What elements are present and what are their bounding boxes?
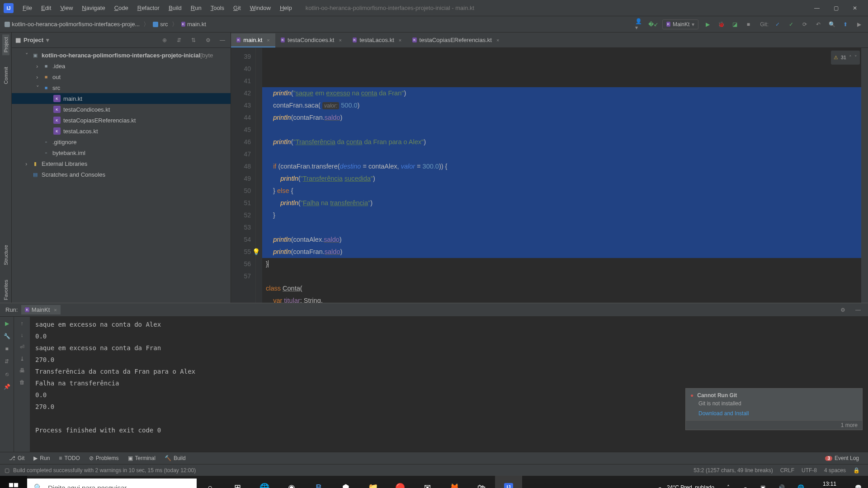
tool-build[interactable]: 🔨Build [160,455,190,461]
tool-run[interactable]: ▶Run [29,455,54,461]
notification-more[interactable]: 1 more [686,420,862,430]
close-tab-icon[interactable]: × [267,38,269,43]
close-tab-icon[interactable]: × [399,38,401,43]
tree-item-bytebank-iml[interactable]: ▫bytebank.iml [12,147,231,158]
expand-icon[interactable]: ⇵ [175,36,184,45]
chevron-down-icon[interactable]: ▾ [46,37,49,43]
run-settings-icon[interactable]: ⚙ [838,305,847,314]
tree-item-out[interactable]: ›■out [12,71,231,82]
menu-edit[interactable]: Edit [37,3,56,13]
task-view-icon[interactable]: ⊞ [224,476,251,488]
tree-item-testalacos-kt[interactable]: KtestaLacos.kt [12,126,231,136]
run-config-icon[interactable]: 🔧 [4,333,10,339]
search-icon[interactable]: 🔍 [827,20,836,29]
add-user-icon[interactable]: 👤▾ [635,20,644,29]
editor-tab-testaCopiasEReferencias-kt[interactable]: KtestaCopiasEReferencias.kt× [407,33,505,47]
structure-tab[interactable]: Structure [2,242,9,268]
tool-problems[interactable]: ⊘Problems [85,455,123,461]
menu-code[interactable]: Code [110,3,133,13]
run-tab-label[interactable]: MainKt [32,306,50,313]
tool-todo[interactable]: ≡TODO [54,455,84,461]
menu-git[interactable]: Git [229,3,245,13]
event-log-button[interactable]: 3 Event Log [821,455,863,461]
mail-icon[interactable]: ✉ [414,476,441,488]
git-commit-icon[interactable]: ✓ [787,20,796,29]
menu-tools[interactable]: Tools [206,3,229,13]
layout-icon[interactable]: ⇵ [5,358,9,365]
steam-icon[interactable]: ◉ [278,476,305,488]
ide-update-icon[interactable]: ⬆ [841,20,850,29]
exit-icon[interactable]: ⎋ [5,371,9,377]
cortana-icon[interactable]: ○ [197,476,224,488]
tool-git[interactable]: ⎇Git [5,455,29,461]
git-rollback-icon[interactable]: ↶ [814,20,823,29]
tree-item-testacopiasereferencias-kt[interactable]: KtestaCopiasEReferencias.kt [12,115,231,126]
tree-item-src[interactable]: ˅■src [12,82,231,93]
tree-item-testacondicoes-kt[interactable]: KtestaCondicoes.kt [12,104,231,115]
hide-icon[interactable]: ― [218,36,227,45]
project-tree[interactable]: ˅▣kotlin-oo-heranca-polimorfismo-interfa… [12,48,231,182]
console-output[interactable]: saque em excesso na conta do Alex 0.0 sa… [30,317,868,452]
tree-item-main-kt[interactable]: Kmain.kt [12,93,231,104]
menu-navigate[interactable]: Navigate [77,3,109,13]
git-history-icon[interactable]: ⟳ [800,20,809,29]
close-button[interactable]: ✕ [845,2,864,14]
close-tab-icon[interactable]: × [339,38,341,43]
app-red-icon[interactable]: ⬢ [332,476,359,488]
tree-item--idea[interactable]: ›■.idea [12,61,231,71]
breadcrumb[interactable]: kotlin-oo-heranca-polimorfismo-interface… [5,20,206,28]
up-icon[interactable]: ↑ [21,320,24,327]
status-icon[interactable]: ▢ [5,467,9,474]
menu-run[interactable]: Run [186,3,206,13]
maximize-button[interactable]: ▢ [826,2,845,14]
git-update-icon[interactable]: ✓ [773,20,782,29]
error-stripe[interactable] [861,48,868,303]
menu-refactor[interactable]: Refactor [133,3,164,13]
tree-item-external-libraries[interactable]: ›▮External Libraries [12,158,231,169]
menu-window[interactable]: Window [245,3,275,13]
code-editor[interactable]: 39404142434445464748495051525354555657 ⚠… [231,48,868,303]
tree-item--gitignore[interactable]: ▫.gitignore [12,136,231,147]
weather-widget[interactable]: ☁ 24°C Pred. nublado [651,484,721,488]
store-icon[interactable]: 🛍 [468,476,495,488]
stop-run-icon[interactable]: ■ [5,346,8,352]
menu-view[interactable]: View [56,3,77,13]
tray-volume-icon[interactable]: 🔊 [772,484,791,488]
tree-item-scratches-and-consoles[interactable]: ▤Scratches and Consoles [12,169,231,180]
close-tab-icon[interactable]: × [54,307,57,313]
run-hide-icon[interactable]: ― [854,305,863,314]
notification-link[interactable]: Download and Install [686,409,862,420]
status-line-separator[interactable]: CRLF [777,467,798,474]
pin-icon[interactable]: 📌 [4,384,10,390]
editor-tab-testaLacos-kt[interactable]: KtestaLacos.kt× [347,33,407,47]
debug-icon[interactable]: 🐞 [717,20,726,29]
build-hammer-icon[interactable]: �↙ [649,20,658,29]
tray-chevron-icon[interactable]: ˄ [721,484,736,488]
commit-tab[interactable]: Commit [2,64,9,87]
run-config-selector[interactable]: K MainKt ▾ [662,19,699,29]
rerun-icon[interactable]: ▶ [5,320,9,327]
taskbar-search[interactable]: 🔍 Digite aqui para pesquisar [27,479,197,488]
scroll-end-icon[interactable]: ⤓ [20,356,24,362]
app-b-icon[interactable]: B [305,476,332,488]
gear-icon[interactable]: ⚙ [203,36,212,45]
editor-tab-main-kt[interactable]: Kmain.kt× [231,33,275,47]
menu-file[interactable]: File [18,3,37,13]
tool-terminal[interactable]: ▣Terminal [123,455,160,461]
softwrap-icon[interactable]: ⏎ [20,344,24,350]
menu-build[interactable]: Build [164,3,186,13]
target-icon[interactable]: ⊕ [160,36,169,45]
favorites-tab[interactable]: Favorites [2,277,9,303]
collapse-icon[interactable]: ⇅ [189,36,198,45]
intellij-taskbar-icon[interactable]: IJ [495,476,522,488]
status-indent[interactable]: 4 spaces [821,467,849,474]
code-body[interactable]: ⚠ 31 ˄˅ println("saque em excesso na con… [262,48,868,303]
minimize-button[interactable]: ― [807,2,826,14]
settings-icon[interactable]: ▶ [854,20,863,29]
stop-icon[interactable]: ■ [744,20,753,29]
close-tab-icon[interactable]: × [496,38,499,43]
firefox-icon[interactable]: 🦊 [441,476,468,488]
edge-icon[interactable]: 🌐 [251,476,278,488]
tray-network-icon[interactable]: 🌐 [791,484,811,488]
coverage-icon[interactable]: ◪ [730,20,739,29]
